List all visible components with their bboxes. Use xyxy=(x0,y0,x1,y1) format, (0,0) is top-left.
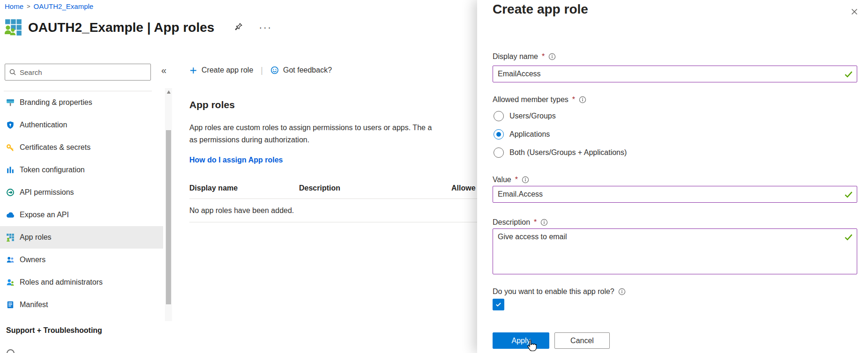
enable-checkbox[interactable] xyxy=(493,299,504,310)
radio-users-groups[interactable]: Users/Groups xyxy=(494,108,556,125)
display-name-label: Display name * xyxy=(493,52,556,61)
sidebar-item-label: Certificates & secrets xyxy=(20,143,90,152)
scrollbar-thumb[interactable] xyxy=(166,130,171,304)
expose-api-icon xyxy=(6,211,15,219)
member-types-label: Allowed member types * xyxy=(493,96,586,104)
sidebar-item-label: Roles and administrators xyxy=(20,278,103,287)
sidebar-item-authentication[interactable]: Authentication xyxy=(0,114,163,136)
enable-label: Do you want to enable this app role? xyxy=(493,287,626,296)
app-roles-icon xyxy=(6,233,15,242)
value-label: Value * xyxy=(493,176,529,184)
radio-applications[interactable]: Applications xyxy=(494,126,550,143)
sidebar-item-label: Expose an API xyxy=(20,211,69,219)
info-icon[interactable] xyxy=(522,176,529,184)
sidebar-item-manifest[interactable]: Manifest xyxy=(0,294,163,316)
radio-icon xyxy=(494,129,504,140)
sidebar-collapse-button[interactable]: « xyxy=(161,65,166,76)
more-menu-icon[interactable]: ··· xyxy=(259,25,272,30)
sidebar-search xyxy=(5,64,151,81)
radio-icon xyxy=(494,147,504,158)
content-description: App roles are custom roles to assign per… xyxy=(189,122,432,146)
sidebar-item-partial[interactable] xyxy=(0,349,163,353)
breadcrumb-current-link[interactable]: OAUTH2_Example xyxy=(34,2,94,10)
sidebar-item-api-permissions[interactable]: API permissions xyxy=(0,181,163,204)
sidebar-item-label: Manifest xyxy=(20,301,48,309)
breadcrumb-home-link[interactable]: Home xyxy=(5,2,23,10)
certificates-icon xyxy=(6,143,15,152)
info-icon[interactable] xyxy=(618,288,626,295)
scrollbar-up-arrow-icon[interactable] xyxy=(167,90,171,94)
description-field-wrap: Give access to email xyxy=(493,228,857,276)
azure-portal-page: Home > OAUTH2_Example OAUTH2_Example | A… xyxy=(0,0,868,353)
close-icon[interactable] xyxy=(847,5,861,19)
value-input[interactable] xyxy=(493,186,857,203)
create-app-role-panel: Create app role Display name * Allowed m… xyxy=(477,0,868,353)
breadcrumb-chevron: > xyxy=(27,3,30,10)
create-app-role-button[interactable]: Create app role xyxy=(189,66,253,74)
lifering-icon xyxy=(6,349,15,353)
sidebar-item-roles-administrators[interactable]: Roles and administrators xyxy=(0,271,163,294)
check-icon xyxy=(495,301,502,308)
sidebar-item-label: Owners xyxy=(20,256,45,264)
command-bar: Create app role | Got feedback? xyxy=(189,61,332,80)
value-field-wrap xyxy=(493,186,857,203)
column-header-display-name: Display name xyxy=(189,184,238,192)
description-label: Description * xyxy=(493,218,548,227)
valid-check-icon xyxy=(844,190,853,199)
smiley-icon xyxy=(270,66,279,74)
sidebar-item-owners[interactable]: Owners xyxy=(0,249,163,271)
apply-button[interactable]: Apply xyxy=(493,332,549,349)
description-line-1: App roles are custom roles to assign per… xyxy=(189,122,432,134)
display-name-field-wrap xyxy=(493,66,857,82)
pin-icon[interactable] xyxy=(234,22,243,33)
panel-footer: Apply Cancel xyxy=(493,332,610,349)
sidebar-item-label: API permissions xyxy=(20,188,74,197)
valid-check-icon xyxy=(844,70,853,79)
api-permissions-icon xyxy=(6,188,15,197)
sidebar-section-support-troubleshooting: Support + Troubleshooting xyxy=(0,326,163,337)
description-textarea[interactable]: Give access to email xyxy=(493,228,857,274)
sidebar-scrollbar[interactable] xyxy=(165,88,172,321)
got-feedback-button[interactable]: Got feedback? xyxy=(270,66,332,74)
panel-title: Create app role xyxy=(493,2,588,17)
owners-icon xyxy=(6,256,15,264)
sidebar-item-branding-properties[interactable]: Branding & properties xyxy=(0,91,163,114)
token-configuration-icon xyxy=(6,166,15,174)
info-icon[interactable] xyxy=(548,53,556,60)
page-title-bar: OAUTH2_Example | App roles ··· xyxy=(5,19,272,36)
info-icon[interactable] xyxy=(540,219,548,226)
info-icon[interactable] xyxy=(579,96,586,103)
radio-icon xyxy=(494,111,504,121)
content-heading: App roles xyxy=(189,99,235,110)
sidebar-item-app-roles[interactable]: App roles xyxy=(0,226,163,249)
sidebar-item-label: Token configuration xyxy=(20,166,85,174)
search-input[interactable] xyxy=(20,68,147,76)
sidebar-item-expose-api[interactable]: Expose an API xyxy=(0,204,163,226)
cancel-button[interactable]: Cancel xyxy=(554,332,610,349)
description-line-2: as permissions during authorization. xyxy=(189,134,432,146)
plus-icon xyxy=(189,66,197,74)
breadcrumb: Home > OAUTH2_Example xyxy=(5,2,93,10)
app-registration-icon xyxy=(5,19,22,36)
search-icon xyxy=(9,68,16,76)
manifest-icon xyxy=(6,301,15,309)
radio-both[interactable]: Both (Users/Groups + Applications) xyxy=(494,144,627,161)
command-bar-divider: | xyxy=(261,66,263,75)
sidebar-item-label: Authentication xyxy=(20,121,67,129)
valid-check-icon xyxy=(844,233,853,242)
table-empty-message: No app roles have been added. xyxy=(189,206,294,215)
column-header-allowed: Allowe xyxy=(451,184,476,192)
branding-icon xyxy=(6,98,15,107)
column-header-description: Description xyxy=(299,184,340,192)
roles-administrators-icon xyxy=(6,278,15,287)
page-title: OAUTH2_Example | App roles xyxy=(28,20,214,35)
how-to-assign-link[interactable]: How do I assign App roles xyxy=(189,156,283,164)
sidebar-item-token-configuration[interactable]: Token configuration xyxy=(0,159,163,181)
authentication-icon xyxy=(6,121,15,129)
sidebar-item-label: Branding & properties xyxy=(20,98,92,107)
sidebar-item-certificates-secrets[interactable]: Certificates & secrets xyxy=(0,136,163,159)
sidebar-item-label: App roles xyxy=(20,233,52,242)
display-name-input[interactable] xyxy=(493,66,857,82)
sidebar-nav: Branding & properties Authentication Cer… xyxy=(0,91,163,353)
